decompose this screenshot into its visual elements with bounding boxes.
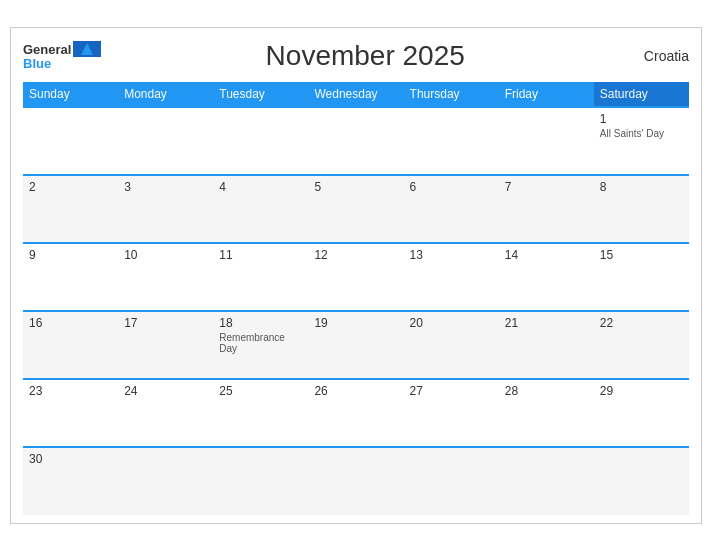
logo-general-text: General [23,43,71,56]
holiday-label: All Saints' Day [600,128,683,139]
calendar-cell: 6 [404,175,499,243]
day-number: 10 [124,248,207,262]
day-number: 13 [410,248,493,262]
day-number: 17 [124,316,207,330]
calendar-cell: 9 [23,243,118,311]
calendar-cell: 13 [404,243,499,311]
week-row: 23242526272829 [23,379,689,447]
col-header-sunday: Sunday [23,82,118,107]
col-header-monday: Monday [118,82,213,107]
calendar-cell: 2 [23,175,118,243]
calendar-cell: 30 [23,447,118,515]
day-number: 29 [600,384,683,398]
calendar-cell [499,447,594,515]
holiday-label: Remembrance Day [219,332,302,354]
calendar-cell: 28 [499,379,594,447]
calendar-cell [118,447,213,515]
calendar-cell: 8 [594,175,689,243]
col-header-friday: Friday [499,82,594,107]
calendar-cell: 12 [308,243,403,311]
day-number: 26 [314,384,397,398]
calendar-cell: 18Remembrance Day [213,311,308,379]
day-number: 21 [505,316,588,330]
day-number: 14 [505,248,588,262]
logo: General Blue [23,41,101,70]
day-number: 24 [124,384,207,398]
day-number: 20 [410,316,493,330]
calendar-cell: 26 [308,379,403,447]
calendar-cell: 29 [594,379,689,447]
calendar-cell [499,107,594,175]
calendar-cell: 16 [23,311,118,379]
calendar-cell [594,447,689,515]
calendar-cell: 25 [213,379,308,447]
calendar-cell: 11 [213,243,308,311]
calendar-cell: 27 [404,379,499,447]
calendar-cell: 19 [308,311,403,379]
week-row: 1All Saints' Day [23,107,689,175]
day-number: 19 [314,316,397,330]
logo-blue-text: Blue [23,57,51,70]
day-number: 18 [219,316,302,330]
calendar-cell: 1All Saints' Day [594,107,689,175]
calendar-cell: 3 [118,175,213,243]
day-number: 22 [600,316,683,330]
calendar-header-row: SundayMondayTuesdayWednesdayThursdayFrid… [23,82,689,107]
calendar-cell: 22 [594,311,689,379]
day-number: 5 [314,180,397,194]
day-number: 2 [29,180,112,194]
calendar-cell: 20 [404,311,499,379]
day-number: 23 [29,384,112,398]
calendar-cell [404,447,499,515]
calendar-cell: 4 [213,175,308,243]
calendar-cell [118,107,213,175]
day-number: 28 [505,384,588,398]
day-number: 7 [505,180,588,194]
day-number: 8 [600,180,683,194]
day-number: 25 [219,384,302,398]
day-number: 15 [600,248,683,262]
calendar-cell [213,107,308,175]
calendar-title: November 2025 [101,40,629,72]
calendar-cell: 24 [118,379,213,447]
calendar-header: General Blue November 2025 Croatia [23,40,689,72]
calendar-country: Croatia [629,48,689,64]
day-number: 3 [124,180,207,194]
week-row: 30 [23,447,689,515]
calendar-cell [308,107,403,175]
day-number: 4 [219,180,302,194]
calendar-cell [23,107,118,175]
week-row: 161718Remembrance Day19202122 [23,311,689,379]
day-number: 1 [600,112,683,126]
day-number: 30 [29,452,112,466]
day-number: 6 [410,180,493,194]
calendar-cell: 7 [499,175,594,243]
col-header-tuesday: Tuesday [213,82,308,107]
day-number: 9 [29,248,112,262]
day-number: 11 [219,248,302,262]
calendar-cell [404,107,499,175]
week-row: 2345678 [23,175,689,243]
day-number: 12 [314,248,397,262]
week-row: 9101112131415 [23,243,689,311]
calendar-cell: 14 [499,243,594,311]
calendar-cell: 21 [499,311,594,379]
calendar-cell: 15 [594,243,689,311]
logo-flag-icon [73,41,101,57]
calendar-cell: 23 [23,379,118,447]
calendar-container: General Blue November 2025 Croatia Sunda… [10,27,702,524]
col-header-saturday: Saturday [594,82,689,107]
col-header-wednesday: Wednesday [308,82,403,107]
col-header-thursday: Thursday [404,82,499,107]
calendar-cell [308,447,403,515]
calendar-grid: SundayMondayTuesdayWednesdayThursdayFrid… [23,82,689,515]
day-number: 16 [29,316,112,330]
day-number: 27 [410,384,493,398]
calendar-cell: 17 [118,311,213,379]
calendar-cell [213,447,308,515]
calendar-cell: 5 [308,175,403,243]
calendar-cell: 10 [118,243,213,311]
